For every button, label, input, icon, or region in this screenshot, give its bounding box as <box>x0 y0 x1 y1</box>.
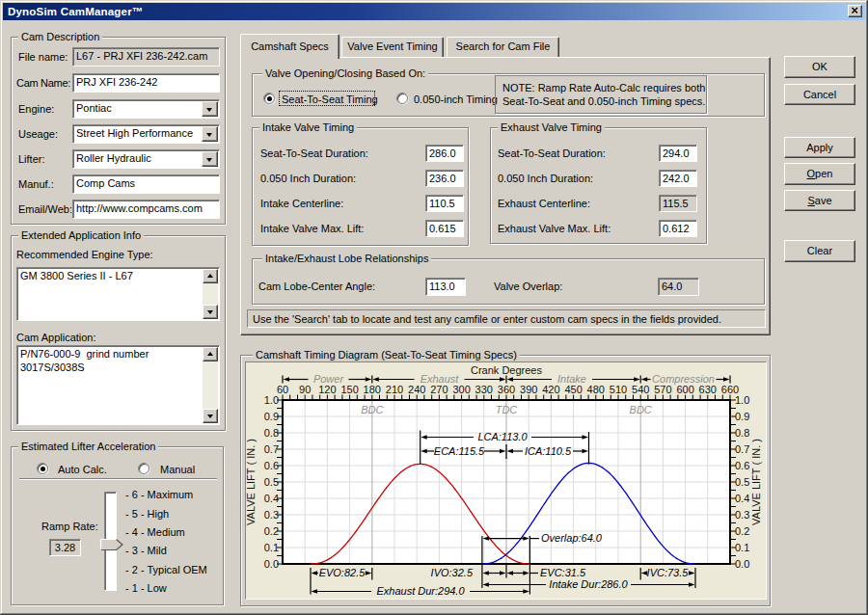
svg-text:510: 510 <box>610 384 627 395</box>
svg-text:540: 540 <box>632 384 649 395</box>
svg-text:ECA:115.5: ECA:115.5 <box>434 445 485 457</box>
svg-text:1.0: 1.0 <box>735 394 749 406</box>
svg-text:0.8: 0.8 <box>264 427 279 439</box>
svg-text:0.0: 0.0 <box>264 558 279 570</box>
svg-text:IVO:32.5: IVO:32.5 <box>431 567 474 578</box>
svg-text:330: 330 <box>475 384 493 395</box>
svg-text:BDC: BDC <box>361 404 383 415</box>
svg-text:0.7: 0.7 <box>264 443 279 455</box>
svg-text:0.1: 0.1 <box>735 542 749 553</box>
svg-text:EVO:82.5: EVO:82.5 <box>319 567 366 578</box>
svg-text:1.0: 1.0 <box>264 394 279 406</box>
svg-text:300: 300 <box>452 384 470 395</box>
svg-text:60: 60 <box>277 384 288 395</box>
svg-text:0.9: 0.9 <box>264 411 279 422</box>
svg-text:TDC: TDC <box>496 404 518 415</box>
svg-text:390: 390 <box>520 384 537 395</box>
svg-text:0.1: 0.1 <box>264 542 279 553</box>
svg-text:0.6: 0.6 <box>264 460 279 471</box>
svg-text:EVC:31.5: EVC:31.5 <box>540 567 586 578</box>
svg-text:Power: Power <box>313 373 345 385</box>
svg-text:0.4: 0.4 <box>264 493 279 504</box>
svg-text:0.6: 0.6 <box>735 460 749 471</box>
svg-text:VALVE LIFT ( IN. ): VALVE LIFT ( IN. ) <box>750 439 762 525</box>
svg-text:0.4: 0.4 <box>735 493 749 504</box>
svg-text:150: 150 <box>340 384 358 395</box>
svg-text:210: 210 <box>386 384 403 395</box>
svg-text:VALVE LIFT ( IN. ): VALVE LIFT ( IN. ) <box>245 439 257 525</box>
svg-text:0.8: 0.8 <box>735 427 749 439</box>
svg-text:570: 570 <box>654 384 671 395</box>
svg-text:180: 180 <box>364 384 381 395</box>
svg-text:Exhaust: Exhaust <box>420 373 460 385</box>
svg-text:480: 480 <box>587 384 605 395</box>
svg-text:450: 450 <box>564 384 582 395</box>
svg-text:0.9: 0.9 <box>735 411 749 422</box>
svg-text:ICA:110.5: ICA:110.5 <box>525 445 572 457</box>
svg-text:630: 630 <box>699 384 717 395</box>
svg-text:0.3: 0.3 <box>264 509 279 521</box>
svg-text:420: 420 <box>542 384 559 395</box>
svg-text:Intake: Intake <box>557 373 586 385</box>
svg-text:0.2: 0.2 <box>735 525 749 537</box>
svg-text:90: 90 <box>299 384 311 395</box>
svg-text:0.5: 0.5 <box>264 476 279 488</box>
svg-text:360: 360 <box>498 384 515 395</box>
svg-text:Exhaust Dur:294.0: Exhaust Dur:294.0 <box>376 585 465 597</box>
svg-text:Crank Degrees: Crank Degrees <box>471 364 542 376</box>
svg-text:0.3: 0.3 <box>735 509 749 521</box>
svg-text:240: 240 <box>408 384 425 395</box>
svg-text:120: 120 <box>318 384 336 395</box>
svg-text:600: 600 <box>676 384 693 395</box>
svg-text:660: 660 <box>721 384 739 395</box>
svg-text:0.2: 0.2 <box>264 525 279 537</box>
svg-text:Overlap:64.0: Overlap:64.0 <box>541 532 603 544</box>
svg-text:0.5: 0.5 <box>735 476 749 488</box>
svg-text:IVC:73.5: IVC:73.5 <box>647 567 690 578</box>
svg-text:0.0: 0.0 <box>735 558 749 570</box>
svg-text:Intake Dur:286.0: Intake Dur:286.0 <box>549 578 628 590</box>
svg-text:BDC: BDC <box>630 404 652 415</box>
svg-text:270: 270 <box>430 384 448 395</box>
svg-text:0.7: 0.7 <box>735 443 749 455</box>
svg-text:Compression: Compression <box>652 373 715 385</box>
svg-text:LCA:113.0: LCA:113.0 <box>477 431 528 442</box>
